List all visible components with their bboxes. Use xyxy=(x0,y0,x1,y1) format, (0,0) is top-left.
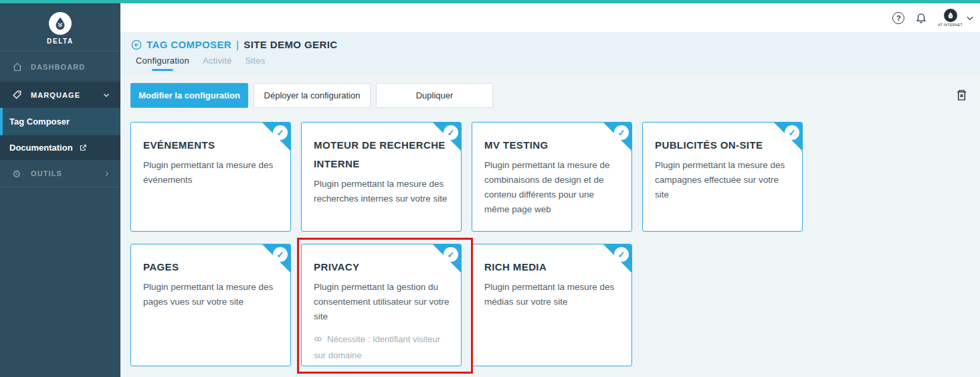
plugin-card-publicites-on-site[interactable]: ✓ PUBLICITÉS ON-SITE Plugin permettant l… xyxy=(642,122,803,232)
tab-activite[interactable]: Activité xyxy=(203,56,232,71)
card-description: Plugin permettant la mesure des médias s… xyxy=(484,280,621,309)
link-icon xyxy=(314,333,322,348)
sidebar-group-marquage: MARQUAGE Tag Composer Documentation xyxy=(0,82,120,160)
sidebar-item-label: MARQUAGE xyxy=(31,91,80,99)
delta-leaf-icon xyxy=(49,12,72,35)
logo-label: DELTA xyxy=(47,37,74,45)
card-requirement: Nécessite : Identifiant visiteur sur dom… xyxy=(314,332,450,363)
sidebar-item-label: Documentation xyxy=(9,143,73,153)
title-separator: | xyxy=(236,39,239,50)
check-icon: ✓ xyxy=(273,125,288,140)
sidebar-item-label: DASHBOARD xyxy=(31,63,85,71)
check-icon: ✓ xyxy=(273,247,288,262)
plugin-card-mv-testing[interactable]: ✓ MV TESTING Plugin permettant la mesure… xyxy=(472,122,632,232)
plugin-card-evenements[interactable]: ✓ EVÉNEMENTS Plugin permettant la mesure… xyxy=(130,122,291,232)
card-title: MV TESTING xyxy=(484,136,621,155)
page-header: TAG COMPOSER | SITE DEMO GERIC Configura… xyxy=(120,32,980,74)
main-area: ? AT INTERNET TAG COMPOSER | SIT xyxy=(120,3,980,377)
sidebar-item-marquage[interactable]: MARQUAGE xyxy=(0,82,120,108)
tab-bar: Configuration Activité Sites xyxy=(131,56,980,71)
notifications-bell-icon[interactable] xyxy=(915,11,927,24)
gear-icon: ⚙ xyxy=(11,169,23,179)
delete-trash-icon[interactable] xyxy=(955,88,969,103)
plugin-card-moteur-de-recherche-interne[interactable]: ✓ MOTEUR DE RECHERCHE INTERNE Plugin per… xyxy=(301,122,462,232)
site-name: SITE DEMO GERIC xyxy=(243,39,337,50)
sidebar-item-dashboard[interactable]: DASHBOARD xyxy=(0,52,120,82)
apps-grid-icon[interactable] xyxy=(870,13,881,23)
card-title: EVÉNEMENTS xyxy=(143,136,280,155)
plugin-card-rich-media[interactable]: ✓ RICH MEDIA Plugin permettant la mesure… xyxy=(472,244,632,366)
actions-toolbar: Modifier la configuration Déployer la co… xyxy=(130,83,969,108)
tag-icon xyxy=(11,90,23,100)
duplicate-button[interactable]: Dupliquer xyxy=(376,83,493,108)
card-description: Plugin permettant la mesure des événemen… xyxy=(143,158,280,187)
card-title: PAGES xyxy=(143,258,280,277)
delta-logo[interactable]: DELTA xyxy=(0,3,120,52)
plugin-cards-grid: ✓ EVÉNEMENTS Plugin permettant la mesure… xyxy=(130,122,969,366)
edit-configuration-button[interactable]: Modifier la configuration xyxy=(130,83,248,108)
check-icon: ✓ xyxy=(614,125,629,140)
check-icon: ✓ xyxy=(785,125,799,140)
sidebar: DELTA DASHBOARD MARQUAGE Tag Composer xyxy=(0,3,120,377)
check-icon: ✓ xyxy=(614,247,629,262)
breadcrumb: TAG COMPOSER | SITE DEMO GERIC xyxy=(131,32,980,50)
content-area: Modifier la configuration Déployer la co… xyxy=(120,74,980,377)
plugin-card-privacy[interactable]: ✓ PRIVACY Plugin permettant la gestion d… xyxy=(301,244,462,366)
card-description: Plugin permettant la mesure des recherch… xyxy=(314,177,450,206)
app-window: DELTA DASHBOARD MARQUAGE Tag Composer xyxy=(0,0,980,377)
account-menu[interactable]: AT INTERNET xyxy=(938,9,963,27)
account-chevron-down-icon[interactable] xyxy=(965,13,975,23)
tab-configuration[interactable]: Configuration xyxy=(136,56,189,71)
tab-sites[interactable]: Sites xyxy=(245,56,265,71)
card-requirement-text: Nécessite : Identifiant visiteur sur dom… xyxy=(314,334,440,360)
help-icon[interactable]: ? xyxy=(892,12,904,24)
card-description: Plugin permettant la mesure de combinais… xyxy=(484,158,621,217)
plugin-card-pages[interactable]: ✓ PAGES Plugin permettant la mesure des … xyxy=(130,244,291,366)
card-title: PUBLICITÉS ON-SITE xyxy=(655,136,791,155)
chevron-down-icon xyxy=(102,91,110,99)
check-icon: ✓ xyxy=(444,125,458,140)
at-internet-logo-icon xyxy=(944,9,957,22)
home-icon xyxy=(11,62,23,72)
deploy-configuration-button[interactable]: Déployer la configuration xyxy=(254,83,371,108)
topbar: ? AT INTERNET xyxy=(120,3,980,32)
sidebar-item-documentation[interactable]: Documentation xyxy=(0,135,120,160)
check-icon: ✓ xyxy=(444,247,458,262)
card-title: PRIVACY xyxy=(314,258,450,277)
cards-row-1: ✓ EVÉNEMENTS Plugin permettant la mesure… xyxy=(130,122,969,232)
card-description: Plugin permettant la gestion du consente… xyxy=(314,280,450,324)
sidebar-item-label: Tag Composer xyxy=(9,117,70,127)
page-title[interactable]: TAG COMPOSER xyxy=(146,39,231,50)
card-title: RICH MEDIA xyxy=(484,258,621,277)
back-icon[interactable] xyxy=(131,40,142,50)
external-link-icon xyxy=(79,143,88,152)
sidebar-item-label: OUTILS xyxy=(31,169,62,177)
top-accent-strip xyxy=(0,0,980,3)
sidebar-item-outils[interactable]: ⚙ OUTILS xyxy=(0,160,120,187)
card-description: Plugin permettant la mesure des pages vu… xyxy=(143,280,280,309)
sidebar-item-tag-composer[interactable]: Tag Composer xyxy=(0,108,120,135)
card-description: Plugin permettant la mesure des campagne… xyxy=(655,158,791,202)
account-label: AT INTERNET xyxy=(938,23,963,27)
card-title: MOTEUR DE RECHERCHE INTERNE xyxy=(314,136,450,173)
cards-row-2: ✓ PAGES Plugin permettant la mesure des … xyxy=(130,244,969,366)
chevron-right-icon xyxy=(103,170,110,177)
